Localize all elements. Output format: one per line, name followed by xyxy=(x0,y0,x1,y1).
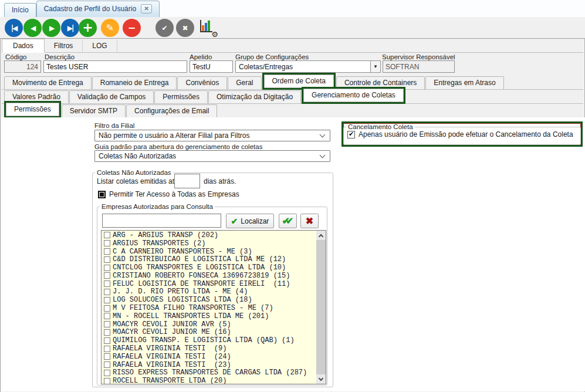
select-all-button[interactable]: ✔✔ xyxy=(279,214,297,228)
chevron-down-icon xyxy=(319,376,323,380)
company-checkbox[interactable] xyxy=(104,272,110,279)
apelido-field[interactable] xyxy=(190,60,233,73)
tab-romaneio-entrega[interactable]: Romaneio de Entrega xyxy=(92,76,177,89)
company-name: RAFAELA VIRGINIA TESTI (23) xyxy=(113,361,231,369)
tab-validacao-campos[interactable]: Validação de Campos xyxy=(69,90,154,103)
permitir-acesso-checkbox[interactable] xyxy=(98,191,106,198)
company-checkbox[interactable] xyxy=(104,329,110,336)
combo-dropdown-icon[interactable]: ▼ xyxy=(370,61,380,72)
cancel-button[interactable]: ✖ xyxy=(176,19,194,37)
company-checkbox[interactable] xyxy=(104,265,110,271)
tab-geral[interactable]: Geral xyxy=(228,76,261,89)
localizar-button-label: Localizar xyxy=(241,217,269,225)
company-checkbox[interactable] xyxy=(104,232,110,238)
localizar-button[interactable]: ✔ Localizar xyxy=(226,214,274,228)
company-list-item[interactable]: RAFAELA VIRGINIA TESTI (23) xyxy=(103,361,316,369)
company-list-item[interactable]: C A CARNEIRO TRANSPORTES - ME (3) xyxy=(103,248,316,256)
dias-atras-field[interactable] xyxy=(174,174,200,188)
tab-inicio[interactable]: Início xyxy=(4,3,36,17)
confirm-button[interactable]: ✔ xyxy=(155,19,174,37)
company-list-item[interactable]: RISSO EXPRESS TRANSPORTES DE CARGAS LTDA… xyxy=(103,369,316,377)
cancelamento-checkbox[interactable] xyxy=(347,131,355,138)
tab-ordem-de-coleta[interactable]: Ordem de Coleta xyxy=(264,75,334,88)
companies-listbox[interactable]: ARG - ARGIUS TRANSP (202) ARGIUS TRANSPO… xyxy=(101,230,326,384)
company-name: M V FEITOSA FILHO TRANSPORTES - ME (7) xyxy=(113,304,273,312)
tab-convenios[interactable]: Convênios xyxy=(177,76,227,89)
company-list-item[interactable]: MOACYR CEVOLI JUNIOR ME (16) xyxy=(103,329,316,337)
cancelamento-checkbox-row[interactable]: Apenas usuário de Emissão pode efetuar o… xyxy=(344,130,580,140)
tab-log[interactable]: LOG xyxy=(83,40,117,52)
tab-servidor-smtp[interactable]: Servidor SMTP xyxy=(62,104,126,117)
last-record-button[interactable]: ▶| xyxy=(61,19,79,37)
company-checkbox[interactable] xyxy=(104,248,110,255)
company-list-item[interactable]: ROCELL TRANSPORTE LTDA (20) xyxy=(103,377,316,384)
company-list-item[interactable]: RAFAELA VIRGINIA TESTI (24) xyxy=(103,353,316,361)
first-record-button[interactable]: |◀ xyxy=(5,19,23,37)
next-record-button[interactable]: ▶ xyxy=(42,19,60,37)
company-list-item[interactable]: C&D DISTRIBUICAO E LOGISTICA LTDA ME (12… xyxy=(103,255,316,263)
tab-movimento-entrega[interactable]: Movimento de Entrega xyxy=(4,76,92,89)
company-checkbox[interactable] xyxy=(104,289,110,295)
company-list-item[interactable]: QUIMILOG TRANSP. E LOGISTICA LTDA (QAB) … xyxy=(103,336,316,344)
chart-settings-button[interactable]: ⚙ xyxy=(198,19,217,38)
company-checkbox[interactable] xyxy=(104,305,110,312)
gear-icon: ⚙ xyxy=(211,30,218,39)
company-list-item[interactable]: CNTCLOG TRANSPORTES E LOGISTICA LTDA (10… xyxy=(103,263,316,272)
add-record-button[interactable]: + xyxy=(79,19,97,37)
tab-configuracoes-email[interactable]: Configurações de Email xyxy=(126,104,217,117)
company-checkbox[interactable] xyxy=(104,346,110,352)
filtro-filial-dropdown[interactable]: Não permite o usuário a Alterar Filial p… xyxy=(94,130,330,141)
grupo-configuracoes-combo[interactable]: Coletas/Entregas ▼ xyxy=(235,60,381,73)
guia-padrao-dropdown[interactable]: Coletas Não Autorizadas xyxy=(94,150,330,162)
company-checkbox[interactable] xyxy=(104,337,110,344)
company-list-item[interactable]: MN - ROCELL TRANSPORTES LTDA ME (201) xyxy=(103,312,316,320)
scroll-up-button[interactable] xyxy=(316,231,326,240)
company-list-item[interactable]: FELUC LOGISTICA DE TRANSPORTE EIRELI (11… xyxy=(103,280,316,288)
company-list-item[interactable]: RAFAELA VIRGINIA TESTI (9) xyxy=(103,344,316,353)
company-checkbox[interactable] xyxy=(104,240,110,246)
cancelamento-coleta-group: Cancelamento Coleta Apenas usuário de Em… xyxy=(343,123,581,145)
company-checkbox[interactable] xyxy=(104,313,110,319)
tab-otimizacao-digitacao[interactable]: Otimização da Digitação xyxy=(208,90,301,103)
company-list-item[interactable]: MOACYR CEVOLI JUNIOR AVR (5) xyxy=(103,320,316,329)
permitir-acesso-row[interactable]: Permitir Ter Acesso à Todas as Empresas xyxy=(98,190,239,198)
company-list-item[interactable]: LOG SOLUCOES LOGISTICAS LTDA (18) xyxy=(103,296,316,304)
company-checkbox[interactable] xyxy=(104,297,110,303)
clear-selection-button[interactable]: ✖ xyxy=(300,214,319,228)
empresa-search-input[interactable] xyxy=(102,214,221,228)
supervisor-field[interactable] xyxy=(383,60,455,73)
previous-record-button[interactable]: ◀ xyxy=(23,19,42,37)
company-checkbox[interactable] xyxy=(104,353,110,360)
apelido-label: Apelido xyxy=(190,53,212,60)
company-list-item[interactable]: ARGIUS TRANSPORTES (2) xyxy=(103,239,316,248)
delete-record-button[interactable]: − xyxy=(123,19,141,37)
company-checkbox[interactable] xyxy=(104,321,110,327)
descricao-field[interactable] xyxy=(43,60,187,73)
company-checkbox[interactable] xyxy=(104,256,110,263)
tab-permissoes-3[interactable]: Permissões xyxy=(6,103,59,116)
company-checkbox[interactable] xyxy=(104,281,110,287)
grupo-configuracoes-label: Grupo de Configurações xyxy=(235,53,309,60)
company-checkbox[interactable] xyxy=(104,378,110,384)
company-name: C A CARNEIRO TRANSPORTES - ME (3) xyxy=(113,248,252,256)
company-list-item[interactable]: J. J. D. RIO PRETO LTDA - ME (4) xyxy=(103,288,316,296)
tab-dados[interactable]: Dados xyxy=(2,39,45,53)
company-checkbox[interactable] xyxy=(104,361,110,368)
red-x-icon: ✖ xyxy=(306,215,313,227)
close-tab-icon[interactable]: ✕ xyxy=(141,4,152,13)
company-list-item[interactable]: ARG - ARGIUS TRANSP (202) xyxy=(103,231,316,239)
tab-cadastro-perfil-usuario[interactable]: Cadastro de Perfil do Usuário ✕ xyxy=(36,1,160,17)
cancelamento-checkbox-label: Apenas usuário de Emissão pode efetuar o… xyxy=(359,130,573,138)
codigo-field[interactable] xyxy=(4,60,41,73)
company-list-item[interactable]: M V FEITOSA FILHO TRANSPORTES - ME (7) xyxy=(103,304,316,312)
tab-gerenciamento-coletas[interactable]: Gerenciamento de Coletas xyxy=(303,89,404,102)
scroll-down-button[interactable] xyxy=(316,374,326,384)
edit-record-button[interactable]: ✎ xyxy=(101,19,119,37)
company-list-item[interactable]: CRISTIANO ROBERTO FONSECA 13696723819 (1… xyxy=(103,272,316,280)
company-checkbox[interactable] xyxy=(104,370,110,376)
tab-entregas-em-atraso[interactable]: Entregas em Atraso xyxy=(425,76,503,89)
vertical-scrollbar[interactable] xyxy=(316,231,326,384)
subtabs-row1: Movimento de Entrega Romaneio de Entrega… xyxy=(2,76,583,90)
tab-permissoes-2[interactable]: Permissões xyxy=(154,90,208,103)
tab-filtros[interactable]: Filtros xyxy=(45,40,83,52)
